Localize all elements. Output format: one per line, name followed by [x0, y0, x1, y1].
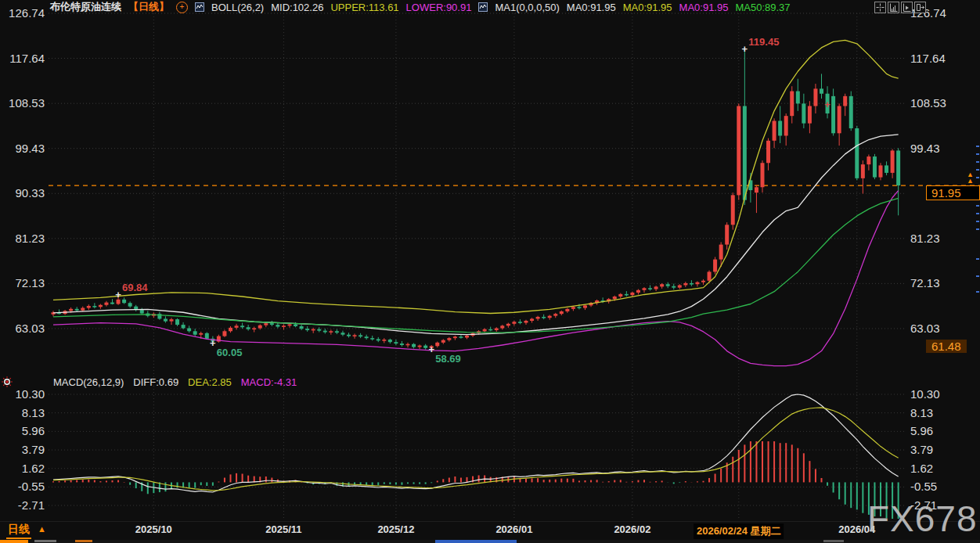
macd-axis-label: 10.30 — [910, 387, 940, 401]
boll-lower-value: LOWER:90.91 — [406, 2, 472, 13]
cutoff-blue-block — [435, 540, 517, 543]
axis-chart-left-icon[interactable] — [888, 2, 899, 13]
price-axis-label: 108.53 — [910, 96, 946, 110]
price-axis-label: 72.13 — [0, 276, 45, 289]
price-annotation: 69.84 — [122, 282, 148, 293]
price-axis-label: 63.03 — [910, 322, 940, 335]
price-axis-label: 90.33 — [0, 186, 45, 200]
price-annotation: 60.05 — [217, 347, 243, 358]
crosshair-icon[interactable] — [874, 2, 886, 13]
extreme-marker-icon: + — [824, 99, 830, 110]
date-axis-label: 2026/01 — [495, 523, 532, 535]
macd-axis-label: 1.62 — [910, 462, 933, 475]
trading-chart-window: +++++ 布伦特原油连续 【日线】 + BOLL(26,2) MID:102.… — [0, 0, 980, 543]
last-price-tag: 91.95 — [926, 185, 980, 200]
ma0-yellow-value: MA0:91.95 — [623, 2, 672, 13]
macd-axis-label: -2.71 — [0, 498, 45, 512]
price-axis-label: 99.43 — [0, 142, 45, 155]
alert-dot-icon[interactable] — [2, 376, 13, 390]
extreme-marker-icon: + — [428, 343, 434, 355]
macd-axis-label: 5.96 — [910, 424, 933, 437]
price-axis-label: 126.74 — [0, 6, 45, 20]
cutoff-orange-block — [75, 540, 92, 542]
extreme-marker-icon: + — [742, 43, 748, 55]
price-axis-label: 81.23 — [0, 232, 45, 245]
bottom-toolbar-cutoff — [0, 540, 980, 543]
price-axis-label: 108.53 — [0, 96, 45, 110]
price-axis-label: 81.23 — [910, 232, 940, 245]
axis-separator — [0, 521, 980, 522]
macd-axis-label: -0.55 — [0, 480, 45, 493]
price-chart-canvas[interactable]: +++++ — [0, 0, 980, 543]
chart-toolbar — [874, 2, 926, 13]
watermark: FX678 — [867, 498, 978, 540]
macd-axis-label: 8.13 — [0, 406, 45, 419]
ma50-value: MA50:89.37 — [735, 2, 790, 13]
cutoff-orange-block — [0, 540, 28, 543]
cutoff-gray-block — [823, 540, 844, 542]
price-axis-label: 117.64 — [0, 52, 45, 65]
price-axis-label: 63.03 — [0, 322, 45, 335]
macd-header: MACD(26,12,9) DIFF:0.69 DEA:2.85 MACD:-4… — [53, 376, 297, 388]
cutoff-gray-block — [34, 540, 56, 542]
indicator-icon[interactable] — [478, 2, 488, 12]
macd-axis-label: 3.79 — [0, 443, 45, 456]
ma-name: MA1(0,0,0,50) — [495, 2, 559, 13]
exit-chart-icon[interactable] — [914, 2, 926, 13]
ma0-white-value: MA0:91.95 — [567, 2, 616, 13]
expand-icon[interactable]: + — [176, 2, 188, 13]
macd-dea-value: DEA:2.85 — [188, 376, 232, 388]
price-annotation: 119.45 — [748, 36, 779, 48]
macd-diff-value: DIFF:0.69 — [133, 376, 178, 388]
boll-upper-value: UPPER:113.61 — [330, 2, 398, 13]
low-price-tag: 61.48 — [926, 340, 967, 353]
extreme-marker-icon: + — [210, 337, 216, 349]
price-axis-label: 117.64 — [910, 52, 946, 65]
period-tag[interactable]: 【日线】 — [128, 0, 169, 14]
date-axis-label: 2025/10 — [135, 523, 172, 535]
period-arrow-icon[interactable]: ▲ — [38, 524, 46, 534]
period-selector[interactable]: 日线 — [6, 523, 31, 539]
indicator-icon[interactable] — [195, 2, 204, 12]
boll-mid-value: MID:102.26 — [271, 2, 323, 13]
price-up-arrows-icon: ▲▲ — [967, 171, 977, 184]
macd-macd-value: MACD:-4.31 — [241, 376, 297, 388]
macd-axis-label: 1.62 — [0, 462, 45, 475]
expand-icon-glyph: + — [180, 3, 185, 11]
price-annotation: 58.69 — [435, 353, 461, 365]
macd-axis-label: -0.55 — [910, 480, 937, 493]
macd-name: MACD(26,12,9) — [53, 376, 124, 388]
macd-axis-label: 8.13 — [910, 406, 933, 419]
boll-name: BOLL(26,2) — [211, 2, 264, 13]
instrument-title: 布伦特原油连续 — [50, 0, 121, 14]
price-axis-label: 99.43 — [910, 142, 940, 155]
selected-date-label[interactable]: 2026/02/24 星期二 — [694, 523, 784, 539]
date-axis-label: 2025/11 — [265, 523, 301, 535]
last-price-value: 91.95 — [931, 186, 961, 200]
date-axis-label: 2026/02 — [614, 523, 650, 535]
ma0-magenta-value: MA0:91.95 — [679, 2, 729, 13]
price-axis-label: 72.13 — [910, 276, 940, 289]
macd-axis-label: 5.96 — [0, 424, 45, 437]
axis-chart-play-icon[interactable] — [901, 2, 913, 13]
extreme-marker-icon: + — [115, 289, 121, 300]
date-axis-label: 2025/12 — [377, 523, 414, 535]
macd-axis-label: 3.79 — [910, 443, 933, 456]
chart-header: 布伦特原油连续 【日线】 + BOLL(26,2) MID:102.26 UPP… — [50, 1, 791, 13]
